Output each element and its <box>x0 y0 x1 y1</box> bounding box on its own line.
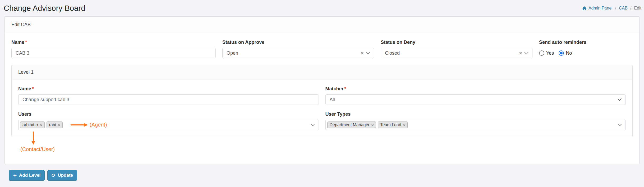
level-name-field: Name* <box>18 86 319 105</box>
chevron-down-icon <box>524 52 528 54</box>
send-auto-reminders-field: Send auto reminders Yes No <box>539 40 633 58</box>
status-on-approve-value: Open <box>227 50 238 56</box>
name-field: Name* <box>11 40 216 58</box>
name-label: Name* <box>11 40 216 45</box>
user-tag-label: arbind rr <box>22 123 38 127</box>
refresh-icon: ⟳ <box>52 173 56 178</box>
breadcrumb-separator: / <box>630 6 631 11</box>
user-types-label: User Types <box>325 111 626 117</box>
breadcrumb: Admin Panel / CAB / Edit <box>582 6 641 11</box>
required-asterisk: * <box>344 86 346 91</box>
home-icon <box>582 6 587 10</box>
top-form-row: Name* Status on Approve Open × Status on… <box>11 40 633 58</box>
chevron-down-icon <box>366 52 370 54</box>
radio-no-label: No <box>566 50 572 56</box>
annotation-contact-user: (Contact/User) <box>20 146 55 152</box>
status-on-approve-select[interactable]: Open × <box>222 48 374 58</box>
status-on-approve-label: Status on Approve <box>222 40 374 45</box>
footer-actions: + Add Level ⟳ Update <box>0 164 644 186</box>
users-select[interactable]: arbind rr × rani × <box>18 120 319 130</box>
user-tag: rani × <box>47 121 62 128</box>
status-on-deny-field: Status on Deny Closed × <box>381 40 532 58</box>
level-name-input[interactable] <box>18 94 319 105</box>
user-tag: arbind rr × <box>20 121 45 128</box>
page-header: Change Advisory Board Admin Panel / CAB … <box>0 0 644 16</box>
clear-selection-icon[interactable]: × <box>519 50 522 56</box>
plus-icon: + <box>13 173 17 178</box>
remove-tag-icon[interactable]: × <box>403 123 406 127</box>
user-type-tag-label: Team Lead <box>380 123 401 127</box>
level-row-name-matcher: Name* Matcher* All <box>18 86 626 105</box>
card-body: Name* Status on Approve Open × Status on… <box>5 33 639 144</box>
send-auto-reminders-options: Yes No <box>539 48 633 58</box>
user-type-tag: Team Lead × <box>378 121 408 128</box>
level-1-header: Level 1 <box>12 65 632 80</box>
status-on-approve-field: Status on Approve Open × <box>222 40 374 58</box>
chevron-down-icon <box>618 124 622 126</box>
user-types-select[interactable]: Department Manager × Team Lead × <box>325 120 626 130</box>
clear-selection-icon[interactable]: × <box>361 50 364 56</box>
chevron-down-icon <box>618 99 622 101</box>
radio-yes-label: Yes <box>546 50 554 56</box>
users-label: Users <box>18 111 319 117</box>
remove-tag-icon[interactable]: × <box>371 123 374 127</box>
breadcrumb-admin-panel-label: Admin Panel <box>588 6 613 11</box>
radio-yes[interactable]: Yes <box>539 50 554 56</box>
chevron-down-icon <box>311 124 315 126</box>
breadcrumb-admin-panel[interactable]: Admin Panel <box>582 6 613 11</box>
level-1-panel: Level 1 Name* Matcher* All <box>11 65 633 137</box>
status-on-deny-label: Status on Deny <box>381 40 532 45</box>
update-button[interactable]: ⟳ Update <box>47 170 77 181</box>
user-types-field: User Types Department Manager × Team Lea… <box>325 111 626 130</box>
annotation-arrow-right <box>70 123 89 127</box>
breadcrumb-cab-label: CAB <box>619 6 628 11</box>
remove-tag-icon[interactable]: × <box>40 123 43 127</box>
radio-checked-icon <box>559 50 564 56</box>
matcher-field: Matcher* All <box>325 86 626 105</box>
card-header-title: Edit CAB <box>11 22 31 27</box>
matcher-select[interactable]: All <box>325 94 626 105</box>
level-1-body: Name* Matcher* All <box>12 80 632 137</box>
page-title: Change Advisory Board <box>4 4 85 13</box>
breadcrumb-current: Edit <box>634 6 641 11</box>
annotation-agent: (Agent) <box>90 122 107 128</box>
users-field: Users arbind rr × rani × <box>18 111 319 130</box>
card-header: Edit CAB <box>5 17 639 33</box>
status-on-deny-value: Closed <box>385 50 400 56</box>
matcher-value: All <box>330 97 335 102</box>
user-type-tag-label: Department Manager <box>330 123 370 127</box>
required-asterisk: * <box>32 86 34 91</box>
radio-no[interactable]: No <box>559 50 572 56</box>
update-button-label: Update <box>58 173 73 178</box>
level-row-users-types: Users arbind rr × rani × <box>18 111 626 130</box>
send-auto-reminders-label: Send auto reminders <box>539 40 633 45</box>
user-tag-label: rani <box>49 123 56 127</box>
annotation-arrow-down <box>31 131 36 145</box>
add-level-button[interactable]: + Add Level <box>9 170 45 181</box>
breadcrumb-separator: / <box>615 6 616 11</box>
breadcrumb-cab[interactable]: CAB <box>619 6 628 11</box>
required-asterisk: * <box>25 40 27 45</box>
radio-unchecked-icon <box>539 50 544 56</box>
name-input[interactable] <box>11 48 216 58</box>
user-type-tag: Department Manager × <box>327 121 376 128</box>
remove-tag-icon[interactable]: × <box>58 123 60 127</box>
level-name-label: Name* <box>18 86 319 92</box>
edit-cab-card: Edit CAB Name* Status on Approve Open × <box>4 16 640 164</box>
matcher-label: Matcher* <box>325 86 626 92</box>
status-on-deny-select[interactable]: Closed × <box>381 48 532 58</box>
add-level-button-label: Add Level <box>19 173 40 178</box>
